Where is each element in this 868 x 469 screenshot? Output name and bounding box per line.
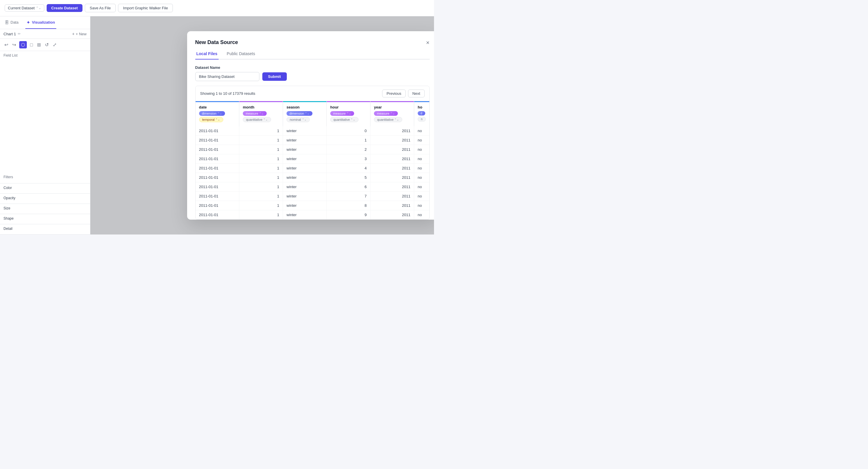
expand-button[interactable]: ⤢ <box>52 41 57 49</box>
col-year: year measure ⌃⌄ quantitative ⌃⌄ <box>370 101 414 126</box>
table-row: 2011-01-011winter32011no <box>195 154 429 164</box>
table-cell: 1 <box>239 126 283 136</box>
table-cell: 1 <box>239 173 283 182</box>
badge-temporal[interactable]: temporal ⌃⌄ <box>199 117 223 122</box>
badge-dimension-season[interactable]: dimension ⌃⌄ <box>286 111 312 116</box>
table-cell: 8 <box>327 201 370 210</box>
create-dataset-button[interactable]: Create Dataset <box>46 4 83 12</box>
table-cell: 4 <box>327 164 370 173</box>
save-as-file-button[interactable]: Save As File <box>85 4 116 12</box>
badge-quantitative-month[interactable]: quantitative ⌃⌄ <box>243 117 271 122</box>
field-list-label: Field List <box>3 53 87 57</box>
results-count: Showing 1 to 10 of 17379 results <box>200 91 255 96</box>
redo-button[interactable]: ↪ <box>11 41 17 49</box>
detail-section: Detail <box>0 224 90 235</box>
import-graphic-walker-button[interactable]: Import Graphic Walker File <box>118 4 173 12</box>
main-layout: 🗄 Data ✦ Visualization Chart 1 ✏ + + New… <box>0 16 434 235</box>
table-cell: no <box>414 145 429 154</box>
tab-data[interactable]: 🗄 Data <box>3 16 20 29</box>
table-cell: no <box>414 182 429 192</box>
table-cell: no <box>414 192 429 201</box>
color-label: Color <box>3 186 87 190</box>
table-row: 2011-01-011winter72011no <box>195 192 429 201</box>
table-cell: 2011 <box>370 182 414 192</box>
tab-visualization[interactable]: ✦ Visualization <box>25 16 56 29</box>
results-container: Showing 1 to 10 of 17379 results Previou… <box>195 86 430 219</box>
col-partial-name: ho <box>418 105 428 109</box>
cube-button[interactable]: ⬡ <box>19 41 27 49</box>
next-button[interactable]: Next <box>408 90 425 97</box>
table-cell: no <box>414 126 429 136</box>
opacity-section: Opacity <box>0 194 90 204</box>
modal-close-button[interactable]: × <box>426 40 430 46</box>
badge-partial-sub: n <box>418 117 426 122</box>
table-cell: winter <box>283 173 327 182</box>
table-cell: no <box>414 136 429 145</box>
tab-public-datasets[interactable]: Public Datasets <box>226 51 256 59</box>
new-chart-button[interactable]: + + New <box>72 31 87 36</box>
table-row: 2011-01-011winter22011no <box>195 145 429 154</box>
chart-row: Chart 1 ✏ + + New <box>0 29 90 39</box>
layers-button[interactable]: ⊞ <box>36 41 42 49</box>
edit-icon[interactable]: ✏ <box>18 32 21 36</box>
opacity-label: Opacity <box>3 196 87 200</box>
badge-measure-year[interactable]: measure ⌃⌄ <box>374 111 398 116</box>
table-cell: winter <box>283 192 327 201</box>
table-cell: 1 <box>239 164 283 173</box>
submit-button[interactable]: Submit <box>262 72 287 81</box>
table-cell: 1 <box>327 136 370 145</box>
refresh-button[interactable]: ↺ <box>44 41 50 49</box>
badge-measure-hour[interactable]: measure ⌃⌄ <box>330 111 354 116</box>
table-cell: 6 <box>327 182 370 192</box>
tab-local-files[interactable]: Local Files <box>195 51 219 59</box>
square-button[interactable]: □ <box>29 41 34 49</box>
dataset-selector[interactable]: Current Dataset ⌃⌄ <box>5 4 44 12</box>
table-cell: 3 <box>327 154 370 164</box>
results-nav: Previous Next <box>382 90 424 97</box>
badge-measure-month[interactable]: measure ⌃⌄ <box>243 111 267 116</box>
badge-quantitative-year[interactable]: quantitative ⌃⌄ <box>374 117 402 122</box>
table-cell: 2011-01-01 <box>195 154 239 164</box>
table-cell: 2011 <box>370 201 414 210</box>
table-cell: winter <box>283 210 327 219</box>
table-cell: winter <box>283 136 327 145</box>
color-section: Color <box>0 183 90 194</box>
table-cell: 2011-01-01 <box>195 126 239 136</box>
badge-nominal-season[interactable]: nominal ⌃⌄ <box>286 117 310 122</box>
undo-button[interactable]: ↩ <box>3 41 9 49</box>
table-cell: 1 <box>239 192 283 201</box>
chart-name-label: Chart 1 <box>3 32 16 36</box>
left-sidebar: 🗄 Data ✦ Visualization Chart 1 ✏ + + New… <box>0 16 90 235</box>
table-row: 2011-01-011winter82011no <box>195 201 429 210</box>
table-cell: winter <box>283 154 327 164</box>
dataset-name-input[interactable] <box>195 72 259 81</box>
tab-data-label: Data <box>10 20 18 25</box>
tab-bar: 🗄 Data ✦ Visualization <box>0 16 90 29</box>
table-cell: 2011-01-01 <box>195 210 239 219</box>
size-label: Size <box>3 206 87 210</box>
header-row: date dimension ⌃⌄ temporal ⌃⌄ <box>195 101 429 126</box>
table-cell: no <box>414 173 429 182</box>
table-cell: 2011 <box>370 164 414 173</box>
table-cell: 2011 <box>370 136 414 145</box>
table-cell: 1 <box>239 145 283 154</box>
detail-label: Detail <box>3 227 87 231</box>
badge-quantitative-hour[interactable]: quantitative ⌃⌄ <box>330 117 359 122</box>
table-row: 2011-01-011winter52011no <box>195 173 429 182</box>
filters-label: Filters <box>3 175 87 179</box>
col-date: date dimension ⌃⌄ temporal ⌃⌄ <box>195 101 239 126</box>
shape-label: Shape <box>3 216 87 221</box>
modal-header: New Data Source × <box>195 39 430 46</box>
col-date-name: date <box>199 105 236 109</box>
table-row: 2011-01-011winter92011no <box>195 210 429 219</box>
plus-icon: + <box>72 31 74 36</box>
table-row: 2011-01-011winter62011no <box>195 182 429 192</box>
badge-dimension[interactable]: dimension ⌃⌄ <box>199 111 225 116</box>
badge-partial-type: d <box>418 111 425 116</box>
table-cell: winter <box>283 145 327 154</box>
table-cell: 2011-01-01 <box>195 192 239 201</box>
previous-button[interactable]: Previous <box>382 90 406 97</box>
table-cell: no <box>414 210 429 219</box>
table-header: date dimension ⌃⌄ temporal ⌃⌄ <box>195 101 429 126</box>
table-cell: 1 <box>239 154 283 164</box>
